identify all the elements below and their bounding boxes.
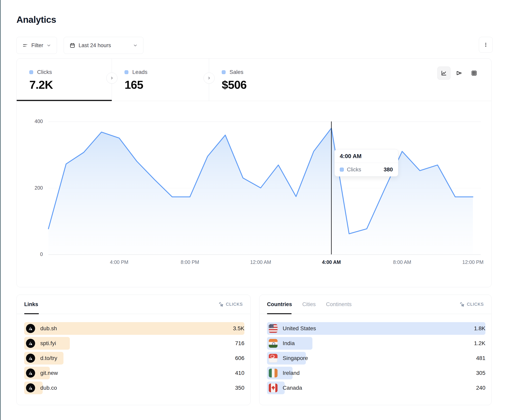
area-chart-svg [48,122,473,254]
tab-continents[interactable]: Continents [326,301,352,307]
filter-button-label: Filter [31,42,43,49]
country-label: United States [283,325,316,332]
hover-crosshair [331,122,332,254]
chevron-right-icon [110,76,114,80]
link-row[interactable]: d.to/try 606 [24,352,244,364]
chart-type-switcher [437,66,481,80]
sales-legend-square [222,70,225,74]
country-row[interactable]: India 1.2K [267,337,486,350]
link-label: d.to/try [40,355,57,361]
link-clicks-value: 350 [235,382,244,394]
tab-links[interactable]: Links [24,301,38,307]
x-axis-tick: 4:00 AM [312,259,351,265]
y-axis-tick: 0 [17,251,43,257]
sg-flag-icon [269,354,277,362]
stat-value: $506 [222,78,308,91]
y-axis-tick: 400 [17,118,43,124]
line-chart-button[interactable] [437,66,450,80]
stat-value: 7.2K [29,78,112,91]
chevron-down-icon [133,43,138,48]
date-range-label: Last 24 hours [79,42,111,49]
calendar-icon [69,42,75,48]
countries-panel: Countries Cities Continents CLICKS Unite… [259,295,492,405]
dub-logo-avatar [26,354,35,363]
metric-label: CLICKS [467,302,484,307]
link-clicks-value: 3.5K [233,322,244,335]
country-clicks-value: 305 [476,367,486,379]
tab-cities[interactable]: Cities [302,301,316,307]
country-row[interactable]: Ireland 305 [267,367,486,379]
x-axis-tick: 8:00 PM [170,259,210,265]
tab-clicks[interactable]: Clicks 7.2K [17,59,112,101]
in-flag-icon [269,339,277,348]
tab-sales[interactable]: Sales $506 [209,59,308,101]
country-row[interactable]: United States 1.8K [267,322,486,335]
cursor-click-icon [218,302,224,307]
links-metric-selector[interactable]: CLICKS [218,302,243,307]
link-label: git.new [40,370,58,376]
page-title: Analytics [16,14,56,25]
country-label: Ireland [283,370,300,376]
x-axis-tick: 8:00 AM [382,259,422,265]
stat-tab-row: Clicks 7.2K Leads 165 Sales $506 [17,59,491,101]
table-view-button[interactable] [468,66,481,80]
more-options-button[interactable] [479,37,493,53]
link-click-bar [24,322,244,335]
link-row[interactable]: spti.fyi 716 [24,337,244,350]
window-left-edge [0,0,0,420]
active-tab-underline [17,100,112,101]
links-list: dub.sh 3.5K spti.fyi 716 d.to/try [24,322,244,396]
funnel-chart-button[interactable] [452,66,466,80]
metric-label: CLICKS [226,302,243,307]
y-axis-tick: 200 [17,185,43,191]
table-grid-icon [471,70,477,76]
link-clicks-value: 606 [235,352,244,364]
clicks-legend-square [29,70,33,74]
countries-active-underline [267,313,291,314]
tooltip-series-label: Clicks [347,167,361,173]
x-axis-tick: 12:00 AM [241,259,280,265]
date-range-button[interactable]: Last 24 hours [64,37,143,54]
link-label: dub.co [40,385,57,391]
leads-legend-square [125,70,128,74]
link-label: spti.fyi [40,340,56,347]
stat-label: Clicks [37,69,52,75]
link-label: dub.sh [40,325,57,332]
x-axis-tick: 12:00 PM [453,259,493,265]
ca-flag-icon [269,384,277,392]
stat-value: 165 [125,78,209,91]
countries-list: United States 1.8K India 1.2K Singapore … [267,322,486,396]
us-flag-icon [269,324,277,333]
geo-metric-selector[interactable]: CLICKS [459,302,484,307]
link-row[interactable]: git.new 410 [24,367,244,379]
country-row[interactable]: Singapore 481 [267,352,486,364]
tooltip-value: 380 [384,167,393,173]
analytics-card: Clicks 7.2K Leads 165 Sales $506 [16,58,492,287]
filter-button[interactable]: Filter [16,37,57,54]
clicks-area-chart[interactable]: 4:00 PM8:00 PM12:00 AM4:00 AM8:00 AM12:0… [48,122,473,254]
links-panel: Links CLICKS dub.sh 3.5K [16,295,251,405]
country-clicks-value: 1.2K [474,337,486,350]
line-chart-icon [441,70,447,76]
link-row[interactable]: dub.co 350 [24,382,244,394]
stat-label: Sales [230,69,243,75]
dub-logo-avatar [26,383,35,392]
link-clicks-value: 716 [235,337,244,350]
gridline [48,254,481,255]
expand-leads-button[interactable] [203,72,215,84]
tab-leads[interactable]: Leads 165 [112,59,209,101]
dub-logo-avatar [26,324,35,333]
link-row[interactable]: dub.sh 3.5K [24,322,244,335]
stat-label: Leads [132,69,147,75]
tab-countries[interactable]: Countries [267,301,292,307]
country-clicks-value: 240 [476,382,486,394]
kebab-menu-icon [483,42,488,47]
expand-clicks-button[interactable] [106,72,117,84]
links-active-underline [24,313,39,314]
country-label: Canada [283,385,302,391]
cursor-click-icon [459,302,465,307]
country-row[interactable]: Canada 240 [267,382,486,394]
tooltip-legend-square [340,168,344,172]
dub-logo-avatar [26,339,35,348]
country-clicks-value: 481 [476,352,486,364]
